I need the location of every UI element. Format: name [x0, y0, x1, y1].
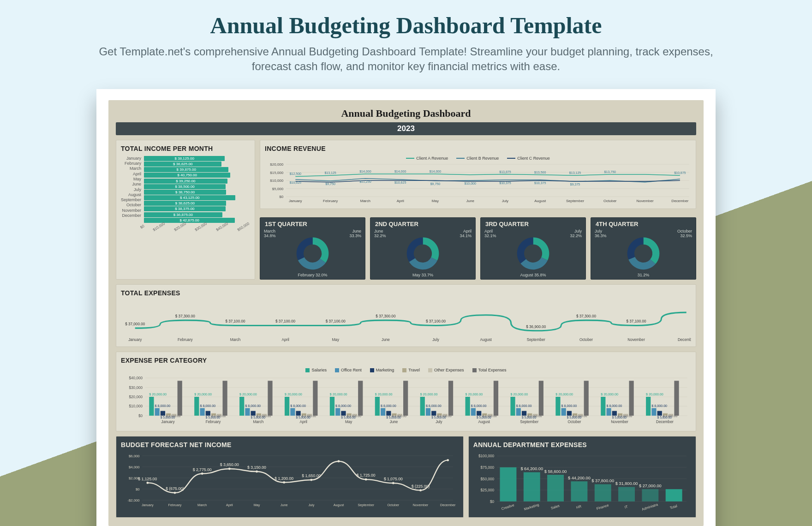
svg-text:IT: IT — [624, 504, 628, 509]
svg-text:$0: $0 — [279, 195, 283, 199]
svg-text:$10,375: $10,375 — [499, 181, 511, 185]
svg-text:$ 36,900.00: $ 36,900.00 — [526, 325, 546, 329]
svg-text:$ 20,000.00: $ 20,000.00 — [239, 393, 257, 396]
svg-point-218 — [228, 467, 231, 470]
svg-rect-133 — [403, 381, 408, 416]
svg-rect-150 — [466, 397, 470, 416]
expense-category-chart: $0$10,000$20,000$30,000$40,000$ 20,000.0… — [121, 375, 691, 427]
svg-text:July: July — [436, 420, 442, 424]
ipm-bar: $ 38,625.00 — [144, 201, 226, 206]
svg-text:$ 1,725.00: $ 1,725.00 — [357, 473, 376, 478]
svg-rect-279 — [666, 489, 682, 502]
svg-text:$ 20,000.00: $ 20,000.00 — [149, 393, 167, 396]
svg-rect-195 — [651, 408, 656, 416]
svg-text:$ 1,125.00: $ 1,125.00 — [138, 476, 157, 481]
ipm-bar: $ 40,750.00 — [144, 173, 230, 178]
svg-text:$14,000: $14,000 — [430, 170, 441, 173]
svg-text:$40,000: $40,000 — [129, 376, 143, 380]
svg-text:$ (225.00): $ (225.00) — [412, 484, 430, 488]
svg-text:$ 8,000.00: $ 8,000.00 — [561, 405, 577, 408]
svg-text:June: June — [382, 338, 390, 342]
svg-text:October: October — [388, 503, 400, 507]
svg-text:$ 37,300.00: $ 37,300.00 — [376, 314, 396, 318]
svg-text:$75,000: $75,000 — [480, 466, 494, 470]
svg-text:April: April — [226, 503, 233, 507]
ipm-bar: $ 38,750.00 — [144, 190, 226, 195]
svg-text:$ 8,000.00: $ 8,000.00 — [290, 405, 306, 408]
svg-text:$9,375: $9,375 — [570, 183, 580, 186]
svg-text:$ 31,800.00: $ 31,800.00 — [615, 481, 638, 486]
svg-rect-129 — [381, 408, 385, 416]
svg-text:February: February — [206, 420, 221, 424]
svg-text:May: May — [332, 338, 340, 342]
svg-text:$ 8,000.00: $ 8,000.00 — [426, 405, 442, 408]
svg-text:$10,625: $10,625 — [394, 181, 406, 184]
svg-text:$ 64,200.00: $ 64,200.00 — [520, 466, 543, 471]
svg-text:April: April — [300, 420, 308, 424]
svg-rect-188 — [629, 381, 633, 416]
department-expenses-chart: $0$25,000$50,000$75,000$100,000Creative$… — [473, 452, 691, 514]
ipm-bar: $ 36,625.00 — [144, 161, 221, 167]
svg-text:August: August — [334, 503, 344, 507]
svg-text:$13,750: $13,750 — [604, 170, 616, 173]
svg-text:April: April — [281, 338, 289, 342]
svg-text:January: January — [289, 199, 302, 203]
ir-legend: Client A Revenue Client B Revenue Client… — [265, 156, 691, 161]
svg-rect-89 — [222, 381, 227, 416]
svg-text:$ 8,000.00: $ 8,000.00 — [516, 405, 532, 408]
ipm-bar: $ 38,375.00 — [144, 206, 226, 211]
svg-point-215 — [146, 482, 149, 484]
svg-text:May: May — [254, 503, 260, 507]
svg-text:November: November — [637, 199, 654, 203]
svg-text:$ 37,100.00: $ 37,100.00 — [426, 320, 446, 324]
svg-text:$0: $0 — [136, 487, 140, 491]
svg-text:January: January — [128, 338, 142, 342]
budget-forecast-chart: -$2,000$0$2,000$4,000$6,000$ 1,125.00$ (… — [121, 452, 459, 510]
svg-rect-273 — [618, 487, 635, 501]
svg-text:January: January — [161, 420, 175, 424]
year-strip: 2023 — [116, 122, 696, 135]
svg-rect-140 — [426, 408, 430, 416]
svg-text:$ 20,000.00: $ 20,000.00 — [194, 393, 212, 396]
svg-rect-73 — [149, 397, 154, 416]
ec-legend: SalariesOffice RentMarketingTravelOther … — [121, 368, 691, 372]
svg-text:Creative: Creative — [501, 503, 515, 511]
quarter-panel: 2ND QUARTER June32.2% April34.1% May 33.… — [370, 217, 476, 280]
quarter-panel: 3RD QUARTER April32.1% July32.2% August … — [480, 217, 586, 280]
svg-point-222 — [338, 460, 340, 462]
svg-text:$ 8,000.00: $ 8,000.00 — [381, 405, 396, 408]
svg-text:January: January — [142, 503, 154, 507]
svg-text:$ 20,000.00: $ 20,000.00 — [555, 393, 573, 396]
svg-rect-95 — [239, 397, 244, 416]
svg-text:$25,000: $25,000 — [480, 488, 494, 492]
svg-text:$ 8,000.00: $ 8,000.00 — [651, 405, 667, 408]
svg-rect-183 — [601, 397, 605, 416]
svg-rect-166 — [539, 381, 543, 416]
svg-text:$14,000: $14,000 — [394, 170, 406, 173]
svg-text:$ 1,075.00: $ 1,075.00 — [384, 477, 403, 481]
svg-rect-151 — [471, 408, 476, 416]
svg-text:$ 3,150.00: $ 3,150.00 — [247, 465, 266, 470]
quarter-panel: 1ST QUARTER March34.8% June33.3% Februar… — [260, 217, 365, 280]
svg-rect-74 — [155, 408, 160, 416]
svg-text:$20,000: $20,000 — [270, 162, 284, 167]
panel-budget-forecast: BUDGET FORECAST NET INCOME -$2,000$0$2,0… — [116, 436, 464, 518]
svg-rect-108 — [296, 411, 300, 416]
svg-rect-173 — [561, 408, 566, 416]
svg-text:July: July — [502, 199, 508, 203]
svg-rect-75 — [161, 411, 165, 416]
svg-text:October: October — [579, 338, 593, 342]
panel-income-per-month: TOTAL INCOME PER MONTH JanuaryFebruaryMa… — [116, 140, 255, 280]
svg-text:$13,125: $13,125 — [324, 171, 336, 174]
page-subtitle: Get Template.net's comprehensive Annual … — [83, 44, 729, 74]
svg-rect-111 — [313, 381, 317, 416]
svg-point-223 — [365, 478, 367, 480]
page-title: Annual Budgeting Dashboard Template — [83, 12, 729, 39]
total-expenses-chart: $ 37,000.00$ 37,300.00$ 37,100.00$ 37,10… — [121, 300, 691, 343]
svg-text:$ 1,200.00: $ 1,200.00 — [275, 476, 293, 480]
svg-rect-184 — [606, 408, 611, 416]
svg-rect-185 — [612, 411, 617, 416]
de-title: ANNUAL DEPARTMENT EXPENSES — [473, 441, 691, 448]
svg-text:December: December — [656, 420, 674, 424]
bf-title: BUDGET FORECAST NET INCOME — [121, 441, 459, 448]
